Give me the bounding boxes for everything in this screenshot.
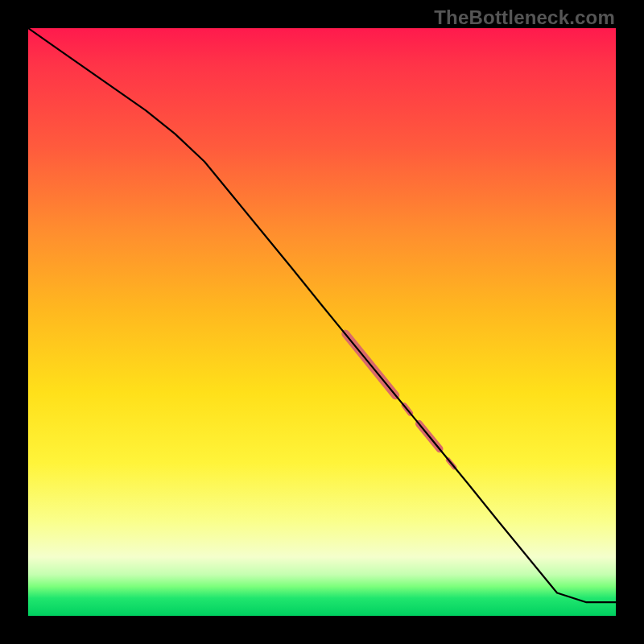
chart-frame: { "watermark": "TheBottleneck.com", "col… <box>0 0 644 644</box>
plot-gradient-background <box>28 28 616 616</box>
watermark-text: TheBottleneck.com <box>434 6 615 29</box>
